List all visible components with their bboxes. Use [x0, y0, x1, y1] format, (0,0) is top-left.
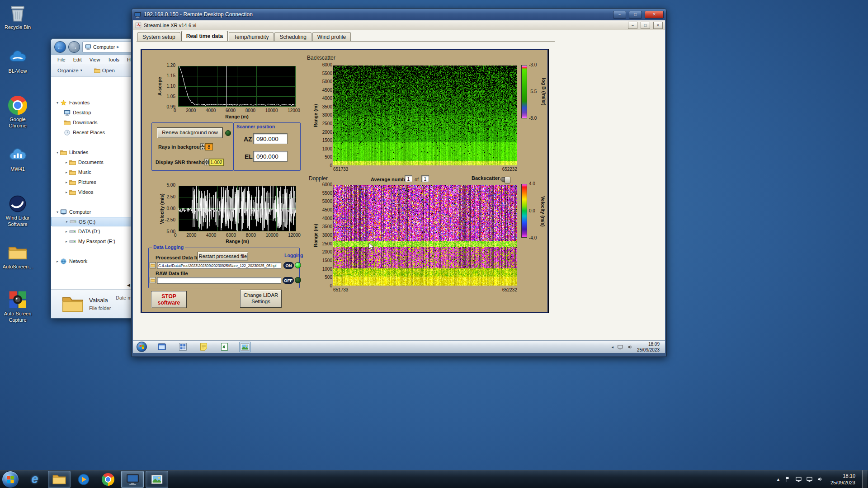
tick-label: 3500 — [322, 105, 332, 109]
expander-icon[interactable]: ▾ — [55, 101, 60, 105]
average-number-field[interactable]: 1 — [405, 175, 412, 182]
desktop-icon-wind-lidar[interactable]: Wind Lidar Software — [1, 194, 34, 228]
processed-path-field[interactable]: C:\Lidar\Data\Proc\2023\202309\20230925\… — [157, 262, 281, 269]
forward-button[interactable]: → — [68, 41, 80, 53]
backscatter-colorbar-ticks: -3.0-5.5-8.0 — [529, 63, 541, 121]
tick-label: 1500 — [322, 138, 332, 143]
taskbar-item-rdp[interactable] — [121, 471, 144, 488]
remote-clock[interactable]: 18:09 25/09/2023 — [637, 341, 661, 353]
chevron-right-icon[interactable]: ▸ — [117, 44, 119, 50]
tick-label: 12000 — [288, 233, 301, 238]
app-client-area: System setup Real time data Temp/humidit… — [133, 30, 665, 340]
desktop-icon-chrome[interactable]: Google Chrome — [1, 96, 34, 129]
raw-path-browse-button[interactable] — [150, 277, 156, 283]
desktop-icon-mw41[interactable]: MW41 — [1, 145, 34, 173]
expander-icon[interactable]: ▸ — [55, 259, 60, 263]
drive-icon — [69, 228, 76, 235]
processed-path-browse-button[interactable] — [150, 262, 156, 268]
processed-logging-toggle[interactable]: ON — [283, 262, 294, 269]
sidebar-item-label: Music — [78, 169, 91, 175]
taskbar-item-chrome[interactable] — [97, 471, 119, 488]
menu-tools[interactable]: Tools — [108, 57, 119, 62]
change-lidar-settings-button[interactable]: Change LiDARSettings — [240, 290, 282, 308]
rays-spinner[interactable] — [200, 143, 204, 150]
expander-icon[interactable]: ▸ — [64, 170, 69, 174]
sidebar-item-label: Favorites — [69, 100, 90, 105]
app-restore-button[interactable]: □ — [641, 22, 650, 29]
remote-taskbar-item-spreadsheet[interactable] — [218, 342, 230, 352]
show-hidden-icons-button[interactable]: ▲ — [776, 477, 780, 482]
remote-taskbar-item-app[interactable] — [156, 342, 168, 352]
back-button[interactable]: ← — [54, 41, 66, 53]
tab-scheduling[interactable]: Scheduling — [274, 32, 311, 41]
expander-icon[interactable]: ▸ — [64, 160, 69, 164]
forward-icon: → — [71, 43, 78, 51]
rays-in-background-field[interactable]: 8 — [205, 143, 213, 150]
network-tray-icon[interactable] — [806, 476, 813, 483]
start-button[interactable] — [2, 471, 19, 488]
open-button[interactable]: Open — [94, 68, 115, 73]
remote-taskbar-item-notes[interactable] — [198, 342, 209, 352]
tick-label: 1500 — [322, 258, 332, 263]
action-center-flag-icon[interactable] — [784, 476, 791, 483]
taskbar-clock[interactable]: 18:10 25/09/2023 — [828, 473, 858, 486]
menu-edit[interactable]: Edit — [73, 57, 82, 62]
remote-taskbar-item-image-viewer[interactable] — [239, 342, 251, 352]
snr-threshold-field[interactable]: 1.002 — [209, 159, 224, 166]
raw-logging-toggle[interactable]: OFF — [283, 277, 294, 284]
taskbar-item-media-player[interactable] — [72, 471, 95, 488]
expander-icon[interactable]: ▸ — [64, 220, 70, 224]
expander-icon[interactable]: ▸ — [64, 190, 69, 194]
remote-start-button[interactable] — [137, 342, 147, 352]
az-field[interactable]: 090.000 — [253, 133, 288, 144]
display-tray-icon[interactable] — [795, 476, 802, 483]
remote-display-tray-icon[interactable] — [617, 344, 623, 350]
tab-system-setup[interactable]: System setup — [137, 32, 180, 41]
app-close-button[interactable]: × — [653, 22, 663, 29]
show-desktop-button[interactable] — [862, 470, 867, 488]
app-minimize-button[interactable]: − — [628, 22, 637, 29]
backscatter-display-toggle[interactable] — [500, 177, 510, 182]
raw-path-field[interactable] — [157, 277, 281, 284]
taskbar-item-explorer[interactable] — [48, 471, 71, 488]
mouse-cursor — [368, 242, 374, 251]
expander-icon[interactable]: ▸ — [64, 180, 69, 184]
desktop-icon-bl-view[interactable]: BL-View — [1, 47, 34, 75]
close-button[interactable]: × — [645, 11, 664, 19]
restart-processed-file-button[interactable]: Restart processed file — [198, 252, 248, 261]
taskbar-item-image-viewer[interactable] — [146, 471, 168, 488]
documents-icon — [69, 160, 76, 165]
expander-icon[interactable]: ▸ — [64, 239, 69, 244]
remote-taskbar-item-grid[interactable] — [177, 342, 189, 352]
volume-icon[interactable] — [817, 476, 824, 483]
restore-button[interactable]: □ — [629, 11, 642, 19]
desktop-icon-recycle-bin[interactable]: Recycle Bin — [1, 4, 34, 31]
tab-temp-humidity[interactable]: Temp/humidity — [229, 32, 274, 41]
snr-spinner[interactable] — [204, 159, 208, 165]
scanner-position-title: Scanner position — [236, 124, 275, 129]
desktop-icon-autoscreen-folder[interactable]: AutoScreen... — [1, 243, 34, 270]
remote-hidden-icons-arrow[interactable]: ◂ — [611, 345, 613, 349]
organize-button[interactable]: Organize ▾ — [57, 68, 82, 73]
stop-software-button[interactable]: STOPsoftware — [151, 291, 187, 308]
minimize-button[interactable]: − — [613, 11, 626, 19]
expander-icon[interactable]: ▾ — [55, 210, 60, 214]
tick-label: 0.0 — [529, 209, 535, 213]
menu-view[interactable]: View — [90, 57, 100, 62]
tab-wind-profile[interactable]: Wind profile — [312, 32, 351, 41]
el-field[interactable]: 090.000 — [253, 151, 288, 162]
image-viewer-icon — [240, 342, 250, 352]
renew-background-button[interactable]: Renew background now — [157, 127, 223, 138]
expander-icon[interactable]: ▾ — [55, 150, 60, 155]
average-total-field[interactable]: 1 — [421, 175, 429, 182]
internet-explorer-icon: e — [31, 473, 38, 485]
menu-file[interactable]: File — [57, 57, 66, 62]
taskbar-item-ie[interactable]: e — [24, 471, 46, 488]
expander-icon[interactable]: ▸ — [64, 230, 69, 234]
breadcrumb[interactable]: Computer — [93, 44, 115, 50]
remote-volume-icon[interactable] — [627, 344, 633, 350]
tab-real-time-data[interactable]: Real time data — [181, 31, 228, 41]
scroll-left-icon[interactable]: ◀ — [127, 283, 130, 287]
desktop-icon-auto-screen-capture[interactable]: Auto Screen Capture — [1, 290, 34, 324]
desktop-icon-label: BL-View — [9, 68, 27, 74]
